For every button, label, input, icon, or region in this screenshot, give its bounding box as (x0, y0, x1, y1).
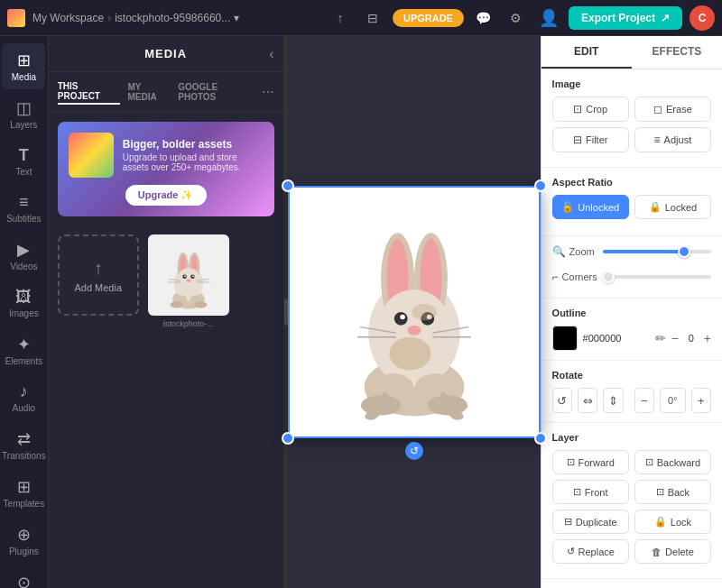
user-icon[interactable]: 👤 (536, 5, 561, 31)
workspace-label[interactable]: My Workspace (32, 12, 104, 24)
handle-bottom-right[interactable] (534, 432, 547, 445)
rotate-zero-button[interactable]: 0° (660, 388, 686, 413)
tab-my-media[interactable]: MY MEDIA (127, 80, 171, 104)
unlocked-icon: 🔓 (561, 201, 574, 213)
sidebar-label-text: Text (15, 167, 32, 177)
svg-point-31 (407, 326, 421, 335)
sidebar-item-media[interactable]: ⊞ Media (2, 43, 45, 89)
handle-top-right[interactable] (534, 179, 547, 192)
zoom-label: 🔍 Zoom (552, 245, 596, 258)
erase-button[interactable]: ◻ Erase (634, 96, 711, 122)
sidebar-item-videos[interactable]: ▶ Videos (2, 233, 45, 279)
adjust-button[interactable]: ≡ Adjust (634, 127, 711, 152)
add-media-label: Add Media (74, 282, 122, 293)
sidebar-item-subtitles[interactable]: ≡ Subtitles (2, 186, 45, 231)
add-media-button[interactable]: ↑ Add Media (58, 234, 139, 316)
forward-button[interactable]: ⊡ Forward (552, 450, 629, 474)
filter-button[interactable]: ⊟ Filter (552, 127, 629, 152)
sidebar-item-record[interactable]: ⊙ Record (2, 565, 45, 588)
sidebar-item-templates[interactable]: ⊞ Templates (2, 470, 45, 516)
sidebar-label-plugins: Plugins (9, 547, 39, 556)
handle-top-left[interactable] (282, 179, 294, 192)
delete-button[interactable]: 🗑 Delete (634, 539, 711, 564)
backward-button[interactable]: ⊡ Backward (634, 450, 711, 474)
svg-point-19 (194, 301, 207, 308)
share-icon[interactable]: ↑ (328, 5, 353, 31)
workspace-icon (7, 9, 25, 27)
right-panel-tabs: EDIT EFFECTS (542, 36, 722, 69)
rotate-ccw-button[interactable]: ↺ (552, 388, 572, 413)
rabbit-image (157, 239, 220, 311)
tab-effects[interactable]: EFFECTS (632, 36, 722, 69)
handle-bottom-left[interactable] (282, 432, 294, 445)
upgrade-banner-image (69, 133, 114, 178)
comment-icon[interactable]: 💬 (471, 5, 496, 31)
settings-icon[interactable]: ⚙ (504, 5, 529, 31)
export-label: Export Project (581, 12, 655, 24)
media-icon: ⊞ (17, 51, 31, 70)
rotate-section: Rotate ↺ ⇔ ⇕ − 0° + (542, 361, 722, 423)
media-tabs-more[interactable]: ··· (262, 84, 273, 100)
outline-color-hex[interactable]: #000000 (583, 333, 650, 344)
sidebar-item-text[interactable]: T Text (2, 139, 45, 184)
sidebar-label-subtitles: Subtitles (6, 214, 41, 224)
sidebar-item-elements[interactable]: ✦ Elements (2, 327, 45, 373)
media-panel-title: MEDIA (144, 47, 187, 60)
sidebar-item-transitions[interactable]: ⇄ Transitions (2, 422, 45, 468)
tab-google-photos[interactable]: GOOGLE PHOTOS (178, 80, 255, 104)
locked-ratio-button[interactable]: 🔒 Locked (634, 195, 711, 219)
flip-h-button[interactable]: ⇔ (578, 388, 597, 413)
media-panel-close-button[interactable]: ‹ (269, 46, 273, 62)
corners-slider-track[interactable] (603, 275, 711, 279)
replace-label: Replace (579, 547, 615, 557)
outline-pencil-icon[interactable]: ✏ (655, 331, 666, 345)
sidebar-label-elements: Elements (5, 356, 43, 366)
outline-color-swatch[interactable] (552, 326, 578, 351)
upgrade-banner-button[interactable]: Upgrade ✨ (125, 185, 207, 206)
dropdown-arrow[interactable]: ▾ (234, 12, 239, 24)
rotate-plus-button[interactable]: + (691, 388, 711, 413)
outline-row: #000000 ✏ − 0 + (552, 326, 711, 351)
export-button[interactable]: Export Project ↗ (569, 6, 682, 30)
corners-label: ⌐ Corners (552, 271, 596, 283)
tab-edit[interactable]: EDIT (542, 36, 632, 69)
lock-button[interactable]: 🔒 Lock (634, 510, 711, 534)
svg-point-29 (400, 315, 405, 320)
corners-slider-thumb[interactable] (602, 271, 615, 283)
layer-btn-row-2: ⊡ Front ⊡ Back (552, 480, 711, 504)
sidebar-item-layers[interactable]: ◫ Layers (2, 91, 45, 137)
zoom-slider-thumb[interactable] (678, 245, 690, 258)
duplicate-button[interactable]: ⊟ Duplicate (552, 510, 629, 534)
project-name[interactable]: istockphoto-95986660... (115, 12, 230, 24)
sidebar-item-images[interactable]: 🖼 Images (2, 280, 45, 326)
zoom-slider-track[interactable] (603, 250, 711, 253)
layer-btn-row-1: ⊡ Forward ⊡ Backward (552, 450, 711, 474)
unlocked-label: Unlocked (578, 202, 619, 213)
media-item[interactable]: istockphoto-... (148, 234, 229, 328)
backward-icon: ⊡ (645, 456, 653, 468)
upgrade-button[interactable]: UPGRADE (393, 9, 464, 27)
duration-section: Duration Select a duration to update the… (542, 579, 722, 588)
duplicate-label: Duplicate (576, 517, 617, 528)
main-layout: ⊞ Media ◫ Layers T Text ≡ Subtitles ▶ Vi… (0, 36, 722, 588)
front-icon: ⊡ (573, 486, 581, 498)
rotate-handle[interactable]: ↺ (405, 442, 423, 460)
corners-row: ⌐ Corners (552, 271, 711, 283)
layout-icon[interactable]: ⊟ (360, 5, 385, 31)
crop-button[interactable]: ⊡ Crop (552, 96, 629, 122)
replace-button[interactable]: ↺ Replace (552, 539, 629, 564)
outline-plus-icon[interactable]: + (704, 331, 711, 345)
front-button[interactable]: ⊡ Front (552, 480, 629, 504)
rotate-minus-button[interactable]: − (634, 388, 654, 413)
sidebar-item-plugins[interactable]: ⊕ Plugins (2, 518, 45, 564)
layers-icon: ◫ (16, 98, 32, 118)
outline-minus-icon[interactable]: − (671, 331, 679, 345)
unlocked-ratio-button[interactable]: 🔓 Unlocked (552, 195, 629, 219)
flip-v-button[interactable]: ⇕ (603, 388, 623, 413)
canvas-container[interactable]: ↺ (288, 186, 541, 438)
back-button[interactable]: ⊡ Back (634, 480, 711, 504)
sidebar-item-audio[interactable]: ♪ Audio (2, 375, 45, 420)
tab-this-project[interactable]: THIS PROJECT (58, 79, 121, 105)
upgrade-banner-desc: Upgrade to upload and store assets over … (123, 152, 264, 172)
svg-point-11 (186, 279, 190, 282)
